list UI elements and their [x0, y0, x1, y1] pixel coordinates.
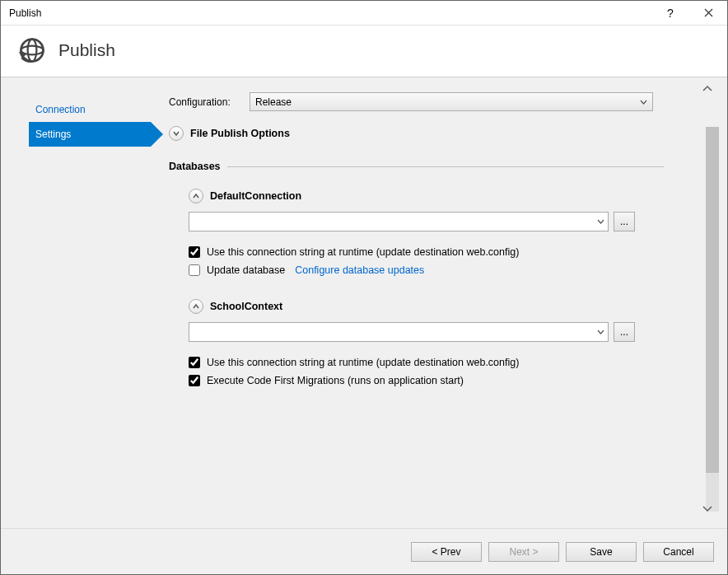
cancel-label: Cancel [663, 546, 693, 558]
ellipsis-icon: ... [620, 216, 628, 227]
use-runtime-checkbox[interactable] [189, 246, 200, 258]
execute-migrations-checkbox[interactable] [189, 375, 200, 386]
update-database-checkbox[interactable] [189, 264, 200, 276]
file-publish-options-expander[interactable]: File Publish Options [169, 126, 714, 141]
update-database-label: Update database [207, 264, 285, 276]
ellipsis-icon: ... [620, 326, 628, 338]
save-label: Save [590, 546, 612, 558]
scroll-down-chevron-icon[interactable] [702, 503, 712, 515]
help-icon: ? [667, 7, 674, 20]
execute-migrations-label: Execute Code First Migrations (runs on a… [207, 375, 464, 386]
nav-item-settings[interactable]: Settings [29, 122, 151, 147]
expander-toggle[interactable] [189, 189, 203, 203]
schoolcontext-connstr-input[interactable] [189, 322, 609, 342]
chevron-down-icon [172, 129, 180, 138]
scroll-up-chevron-icon[interactable] [702, 84, 712, 96]
nav-item-connection[interactable]: Connection [29, 97, 161, 122]
banner: Publish [1, 26, 727, 77]
schoolcontext-migrations-row: Execute Code First Migrations (runs on a… [189, 375, 714, 386]
configuration-select[interactable]: Release [250, 92, 653, 111]
defaultconnection-connstr-row: ... [189, 212, 714, 231]
use-runtime-label: Use this connection string at runtime (u… [207, 357, 519, 368]
schoolcontext-label: SchoolContext [210, 301, 282, 312]
db-group-schoolcontext: SchoolContext ... Use this connection st… [189, 299, 714, 386]
chevron-down-icon [640, 98, 647, 106]
prev-label: < Prev [432, 546, 460, 558]
footer: < Prev Next > Save Cancel [1, 528, 727, 574]
configuration-row: Configuration: Release [169, 92, 714, 111]
schoolcontext-connstr-row: ... [189, 322, 714, 342]
schoolcontext-expander[interactable]: SchoolContext [189, 299, 714, 314]
db-group-defaultconnection: DefaultConnection ... Use this connectio… [189, 189, 714, 276]
svg-point-1 [21, 46, 44, 55]
nav-item-label: Settings [35, 129, 71, 140]
chevron-down-icon [597, 217, 604, 226]
svg-point-0 [21, 40, 44, 62]
file-publish-options-label: File Publish Options [190, 128, 290, 139]
publish-globe-icon [17, 35, 47, 65]
banner-title: Publish [58, 40, 115, 60]
window-title: Publish [9, 7, 41, 19]
close-icon [704, 8, 713, 17]
save-button[interactable]: Save [566, 542, 637, 562]
chevron-up-icon [192, 192, 200, 200]
titlebar: Publish ? [1, 1, 727, 26]
divider [227, 166, 664, 167]
nav-item-label: Connection [35, 104, 86, 115]
svg-point-2 [28, 40, 37, 62]
use-runtime-checkbox[interactable] [189, 357, 200, 368]
defaultconnection-connstr-input[interactable] [189, 212, 609, 231]
prev-button[interactable]: < Prev [411, 542, 482, 562]
defaultconnection-label: DefaultConnection [210, 190, 301, 202]
main: Connection Settings Configuration: Relea… [1, 77, 727, 528]
defaultconnection-use-runtime-row: Use this connection string at runtime (u… [189, 246, 714, 258]
expander-toggle[interactable] [169, 126, 184, 141]
browse-connstr-button[interactable]: ... [614, 322, 635, 342]
defaultconnection-update-db-row: Update database Configure database updat… [189, 264, 714, 276]
configuration-value: Release [255, 96, 292, 108]
content: Configuration: Release File Publish Opti… [161, 77, 727, 528]
sidebar: Connection Settings [1, 77, 161, 528]
configuration-label: Configuration: [169, 96, 250, 108]
help-button[interactable]: ? [651, 1, 689, 26]
use-runtime-label: Use this connection string at runtime (u… [207, 246, 519, 258]
scrollbar-thumb[interactable] [706, 127, 719, 473]
cancel-button[interactable]: Cancel [643, 542, 714, 562]
chevron-down-icon [597, 328, 604, 336]
defaultconnection-expander[interactable]: DefaultConnection [189, 189, 714, 203]
chevron-up-icon [192, 302, 200, 311]
configure-updates-link[interactable]: Configure database updates [295, 264, 424, 276]
close-button[interactable] [689, 1, 727, 26]
schoolcontext-use-runtime-row: Use this connection string at runtime (u… [189, 357, 714, 368]
databases-label: Databases [169, 161, 221, 172]
next-button[interactable]: Next > [488, 542, 559, 562]
databases-header: Databases [169, 161, 714, 172]
next-label: Next > [509, 546, 538, 558]
expander-toggle[interactable] [189, 299, 203, 314]
browse-connstr-button[interactable]: ... [614, 212, 635, 231]
